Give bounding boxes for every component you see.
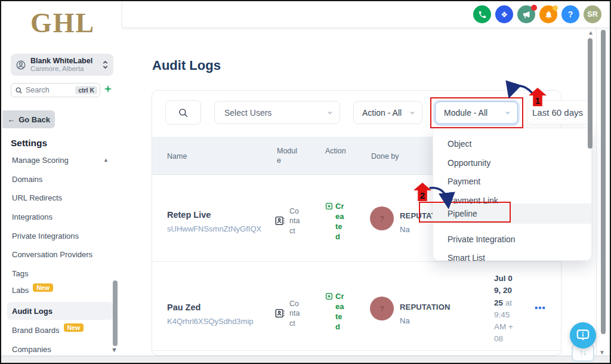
search-placeholder: Search bbox=[26, 86, 75, 94]
chevron-updown-icon bbox=[102, 60, 109, 70]
megaphone-icon bbox=[522, 10, 531, 19]
column-header-module: Module bbox=[277, 146, 301, 166]
action-filter-value: Action - All bbox=[362, 108, 402, 118]
nav-label: URL Redirects bbox=[12, 193, 62, 202]
sidebar-item-conversation-providers[interactable]: Conversation Providers bbox=[7, 245, 113, 263]
row-name: Pau Zed bbox=[167, 303, 200, 312]
rewards-diamond-button[interactable]: ❖ bbox=[495, 5, 513, 23]
dropdown-item-opportunity[interactable]: Opportunity bbox=[433, 153, 591, 172]
plus-square-icon bbox=[325, 292, 333, 300]
sidebar-item-audit-logs[interactable]: Audit Logs bbox=[7, 302, 113, 320]
contact-card-icon bbox=[274, 215, 285, 226]
row-actions-menu[interactable]: ••• bbox=[535, 303, 546, 313]
account-location: Canmore, Alberta bbox=[30, 65, 102, 73]
search-icon bbox=[178, 107, 189, 118]
notification-dot-yellow bbox=[553, 5, 558, 11]
question-icon: ? bbox=[568, 10, 573, 19]
sidebar-scroll-down-icon[interactable]: ▼ bbox=[111, 346, 118, 353]
done-by-avatar: ? bbox=[370, 297, 394, 320]
table-search-button[interactable] bbox=[165, 100, 201, 125]
collapse-triangle-icon: ▲ bbox=[103, 157, 109, 163]
scroll-up-icon[interactable]: ▲ bbox=[588, 29, 594, 36]
notification-dot-red bbox=[531, 5, 537, 11]
select-users-value: Select Users bbox=[224, 108, 271, 118]
row-module: Contact bbox=[289, 299, 303, 328]
row-timestamp: Jul 09, 2025 at 9:45 AM +08 bbox=[494, 273, 514, 346]
table-row[interactable]: Pau Zed K4Qrhrl6XSQySdhd3mip Contact Cre… bbox=[152, 262, 561, 350]
select-users-dropdown[interactable]: Select Users bbox=[214, 101, 340, 124]
done-by-sub: Na bbox=[400, 225, 410, 234]
bottom-scrollbar-track bbox=[1, 356, 610, 363]
page-title: Audit Logs bbox=[152, 58, 221, 73]
help-button[interactable]: ? bbox=[561, 5, 579, 23]
sidebar-item-manage-scoring[interactable]: Manage Scoring ▲ bbox=[7, 151, 113, 169]
sidebar-scrollbar-thumb[interactable] bbox=[113, 280, 118, 346]
dropdown-item-pipeline[interactable]: Pipeline bbox=[433, 203, 591, 224]
ai-sparkle-icon[interactable] bbox=[103, 84, 113, 94]
avatar-initials: SR bbox=[587, 10, 597, 18]
outer-scrollbar-thumb[interactable] bbox=[601, 30, 606, 334]
account-name: Blank WhiteLabel bbox=[30, 57, 102, 65]
nav-label: Labs bbox=[12, 286, 29, 295]
nav-label: Integrations bbox=[12, 212, 53, 221]
module-filter-dropdown[interactable]: Module - All bbox=[435, 101, 518, 124]
avatar-question-glyph: ? bbox=[379, 214, 384, 223]
account-switcher[interactable]: Blank WhiteLabel Canmore, Alberta bbox=[11, 54, 113, 76]
support-chat-button[interactable] bbox=[570, 322, 596, 348]
scrollbar-divider bbox=[596, 28, 597, 356]
row-record-id: K4Qrhrl6XSQySdhd3mip bbox=[167, 317, 254, 326]
date-range-value: Last 60 days bbox=[532, 107, 583, 118]
row-action: Created bbox=[335, 202, 345, 242]
sidebar-item-domains[interactable]: Domains bbox=[7, 170, 113, 188]
row-action: Created bbox=[335, 292, 345, 332]
sidebar-item-brand-boards[interactable]: Brand Boards New bbox=[7, 321, 113, 339]
inner-scrollbar-thumb[interactable] bbox=[588, 38, 593, 149]
dropdown-item-private-integration[interactable]: Private Integration bbox=[433, 230, 591, 248]
done-by-name: REPUTATION bbox=[400, 303, 450, 311]
phone-icon bbox=[478, 10, 487, 19]
sidebar-item-url-redirects[interactable]: URL Redirects bbox=[7, 189, 113, 206]
sidebar-item-private-integrations[interactable]: Private Integrations bbox=[7, 227, 113, 245]
column-header-done-by: Done by bbox=[371, 152, 413, 161]
column-header-name: Name bbox=[167, 152, 187, 161]
chevron-down-icon bbox=[409, 109, 416, 116]
nav-label: Domains bbox=[12, 175, 42, 184]
dropdown-item-payment[interactable]: Payment bbox=[433, 172, 591, 190]
nav-label: Tags bbox=[12, 269, 28, 278]
new-badge: New bbox=[33, 283, 53, 292]
settings-section-title: Settings bbox=[11, 138, 47, 149]
phone-button[interactable] bbox=[473, 5, 491, 23]
dropdown-item-object[interactable]: Object bbox=[433, 134, 591, 153]
plus-square-icon bbox=[325, 202, 333, 210]
chat-bubble-icon bbox=[575, 328, 591, 343]
module-filter-value: Module - All bbox=[444, 108, 487, 118]
action-filter-dropdown[interactable]: Action - All bbox=[353, 101, 422, 124]
search-icon bbox=[15, 87, 23, 94]
nav-label: Manage Scoring bbox=[12, 156, 69, 165]
search-shortcut-badge: ctrl K bbox=[75, 86, 97, 94]
nav-label: Brand Boards bbox=[12, 326, 60, 335]
go-back-button[interactable]: ← Go Back bbox=[2, 110, 55, 128]
nav-label: Audit Logs bbox=[12, 307, 53, 316]
nav-label: Conversation Providers bbox=[12, 250, 92, 259]
back-arrow-icon: ← bbox=[7, 115, 15, 124]
chevron-down-icon bbox=[504, 109, 511, 116]
user-avatar[interactable]: SR bbox=[584, 5, 601, 23]
row-record-id: sUHwwFNSsmnZtNyGfIQX bbox=[167, 224, 261, 233]
bell-icon bbox=[544, 10, 553, 19]
date-range-dropdown[interactable]: Last 60 days bbox=[527, 100, 590, 125]
new-badge: New bbox=[64, 323, 84, 332]
done-by-avatar: ? bbox=[370, 206, 394, 230]
dropdown-item-smart-list[interactable]: Smart List bbox=[433, 248, 591, 267]
module-dropdown-menu: Object Opportunity Payment Payment Link … bbox=[433, 128, 592, 261]
row-divider bbox=[152, 350, 561, 351]
done-by-sub: Na bbox=[400, 316, 410, 325]
sidebar-search-input[interactable]: Search ctrl K bbox=[11, 83, 100, 97]
brand-logo: GHL bbox=[18, 7, 107, 39]
scroll-down-icon[interactable]: ▼ bbox=[599, 349, 605, 356]
go-back-label: Go Back bbox=[18, 115, 50, 124]
sidebar-item-tags[interactable]: Tags bbox=[7, 264, 113, 282]
avatar-question-glyph: ? bbox=[379, 304, 384, 313]
sidebar-item-labs[interactable]: Labs New bbox=[7, 281, 113, 299]
sidebar-item-integrations[interactable]: Integrations bbox=[7, 208, 113, 226]
